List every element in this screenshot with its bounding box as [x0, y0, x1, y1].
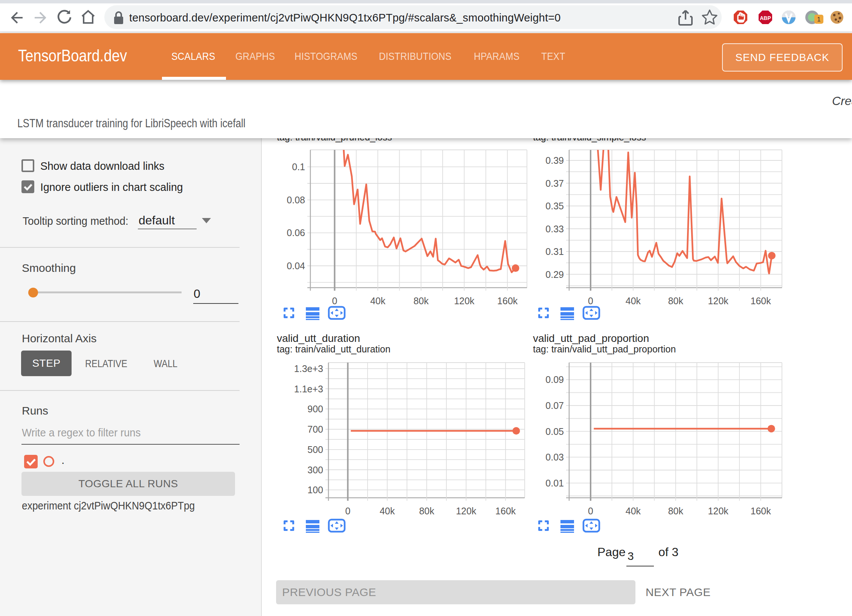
svg-text:300: 300	[307, 465, 323, 475]
svg-text:0.29: 0.29	[545, 269, 564, 280]
svg-text:0.1: 0.1	[292, 162, 305, 172]
svg-text:40k: 40k	[626, 506, 641, 516]
svg-text:40k: 40k	[370, 296, 386, 306]
svg-text:120k: 120k	[708, 296, 729, 306]
svg-text:1.1e+3: 1.1e+3	[294, 384, 323, 394]
svg-text:100: 100	[307, 485, 323, 495]
svg-text:0: 0	[588, 506, 593, 516]
svg-text:120k: 120k	[456, 506, 476, 516]
svg-text:0.37: 0.37	[545, 178, 564, 189]
svg-text:0.01: 0.01	[545, 478, 564, 488]
svg-text:0.04: 0.04	[287, 261, 305, 271]
svg-text:160k: 160k	[750, 296, 771, 306]
svg-text:1: 1	[817, 16, 820, 23]
svg-text:0.33: 0.33	[545, 224, 564, 234]
svg-text:0.03: 0.03	[545, 452, 564, 462]
svg-text:120k: 120k	[708, 506, 729, 516]
svg-text:80k: 80k	[414, 296, 429, 306]
svg-text:valid_utt_duration: valid_utt_duration	[277, 332, 360, 344]
svg-text:0: 0	[345, 506, 350, 516]
svg-text:1.3e+3: 1.3e+3	[294, 363, 323, 374]
svg-text:tag: train/valid_utt_duration: tag: train/valid_utt_duration	[277, 344, 391, 354]
svg-text:0: 0	[588, 296, 593, 306]
svg-text:120k: 120k	[454, 296, 475, 306]
svg-text:ABP: ABP	[760, 15, 771, 21]
svg-text:0.31: 0.31	[545, 246, 564, 257]
svg-text:0.39: 0.39	[545, 155, 564, 166]
svg-text:0.08: 0.08	[287, 195, 305, 205]
svg-text:700: 700	[307, 424, 323, 435]
svg-text:80k: 80k	[668, 296, 684, 306]
svg-text:40k: 40k	[380, 506, 395, 516]
svg-text:40k: 40k	[626, 296, 641, 306]
svg-text:0.09: 0.09	[545, 374, 564, 385]
svg-text:valid_utt_pad_proportion: valid_utt_pad_proportion	[533, 332, 649, 344]
svg-text:tag: train/valid_utt_pad_propo: tag: train/valid_utt_pad_proportion	[533, 344, 676, 354]
svg-text:160k: 160k	[497, 296, 518, 306]
svg-text:900: 900	[307, 404, 323, 414]
svg-text:160k: 160k	[495, 506, 516, 516]
svg-text:160k: 160k	[750, 506, 771, 516]
svg-text:0.06: 0.06	[287, 227, 305, 238]
svg-text:0.07: 0.07	[545, 400, 564, 411]
svg-text:0: 0	[332, 296, 337, 306]
svg-text:500: 500	[307, 444, 323, 455]
svg-text:80k: 80k	[419, 506, 435, 516]
svg-text:80k: 80k	[668, 506, 684, 516]
svg-text:0.05: 0.05	[545, 426, 564, 437]
svg-text:0.35: 0.35	[545, 201, 564, 211]
